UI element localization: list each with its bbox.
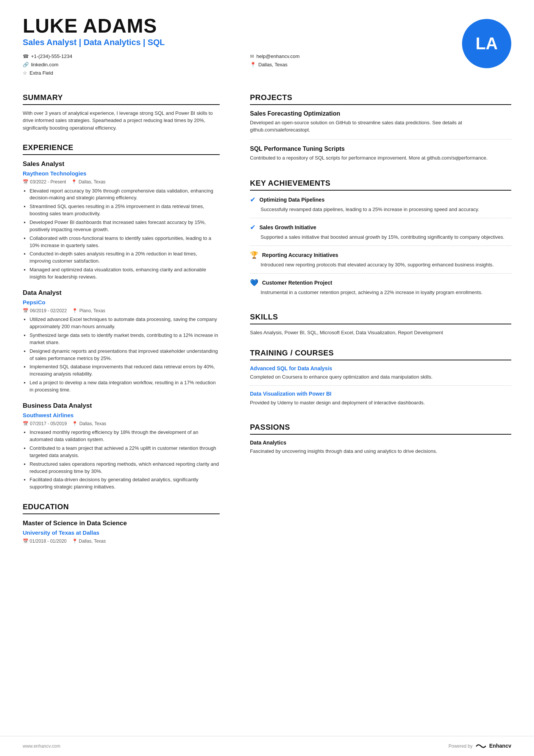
training-desc-1: Completed on Coursera to enhance query o…: [250, 374, 511, 381]
job-title-2: Data Analyst: [23, 288, 220, 297]
summary-title: SUMMARY: [23, 92, 220, 105]
skills-text: Sales Analysis, Power BI, SQL, Microsoft…: [250, 329, 511, 337]
powered-by-text: Powered by: [448, 743, 472, 750]
job-raytheon: Sales Analyst Raytheon Technologies 📅 03…: [23, 160, 220, 281]
job-meta-2: 📅 06/2019 - 02/2022 📍 Plano, Texas: [23, 308, 220, 314]
calendar-icon-1: 📅: [23, 179, 28, 185]
candidate-title: Sales Analyst | Data Analytics | SQL: [23, 37, 462, 49]
achievement-3: 🏆 Reporting Accuracy Initiatives Introdu…: [250, 250, 511, 274]
location-icon-edu: 📍: [72, 538, 78, 544]
job-title-3: Business Data Analyst: [23, 401, 220, 410]
bullet-2-3: Designed dynamic reports and presentatio…: [30, 348, 220, 362]
summary-text: With over 3 years of analytical experien…: [23, 110, 220, 132]
project-1: Sales Forecasting Optimization Developed…: [250, 110, 511, 139]
linkedin-icon: 🔗: [23, 61, 29, 68]
passion-desc-1: Fascinated by uncovering insights throug…: [250, 448, 511, 455]
job-period-3: 📅 07/2017 - 05/2019: [23, 421, 67, 427]
resume-page: LUKE ADAMS Sales Analyst | Data Analytic…: [0, 0, 534, 756]
bullet-1-1: Elevated report accuracy by 30% through …: [30, 188, 220, 202]
achievement-header-2: ✔ Sales Growth Initiative: [250, 223, 511, 232]
achievement-desc-3: Introduced new reporting protocols that …: [250, 261, 511, 269]
education-section: EDUCATION Master of Science in Data Scie…: [23, 501, 220, 545]
achievement-icon-2: ✔: [250, 223, 256, 232]
location-icon: 📍: [250, 61, 256, 68]
contact-linkedin: 🔗 linkedin.com: [23, 61, 235, 68]
footer-logo: Powered by Enhancv: [448, 742, 511, 750]
achievement-header-3: 🏆 Reporting Accuracy Initiatives: [250, 250, 511, 260]
calendar-icon-2: 📅: [23, 308, 28, 314]
bullet-1-3: Developed Power BI dashboards that incre…: [30, 219, 220, 233]
skills-section: SKILLS Sales Analysis, Power BI, SQL, Mi…: [250, 311, 511, 337]
achievement-title-3: Reporting Accuracy Initiatives: [262, 252, 338, 259]
bullet-2-4: Implemented SQL database improvements th…: [30, 363, 220, 378]
bullet-2-1: Utilized advanced Excel techniques to au…: [30, 316, 220, 330]
bullet-1-6: Managed and optimized data visualization…: [30, 266, 220, 281]
edu-location-1: 📍 Dallas, Texas: [72, 538, 106, 545]
edu-degree-1: Master of Science in Data Science: [23, 519, 220, 528]
contact-email: ✉ help@enhancv.com: [250, 53, 462, 60]
job-company-2: PepsiCo: [23, 298, 220, 306]
achievement-icon-1: ✔: [250, 195, 256, 205]
training-desc-2: Provided by Udemy to master design and d…: [250, 399, 511, 407]
experience-section: EXPERIENCE Sales Analyst Raytheon Techno…: [23, 142, 220, 491]
footer-website: www.enhancv.com: [23, 743, 60, 750]
achievement-header-1: ✔ Optimizing Data Pipelines: [250, 195, 511, 205]
location-icon-2: 📍: [72, 308, 78, 314]
job-period-2: 📅 06/2019 - 02/2022: [23, 308, 67, 314]
experience-title: EXPERIENCE: [23, 142, 220, 155]
projects-section: PROJECTS Sales Forecasting Optimization …: [250, 92, 511, 167]
achievement-icon-4: 💙: [250, 278, 258, 288]
job-location-3: 📍 Dallas, Texas: [72, 421, 106, 427]
passion-title-1: Data Analytics: [250, 439, 511, 447]
bullet-2-2: Synthesized large data sets to identify …: [30, 332, 220, 346]
training-title-1: Advanced SQL for Data Analysis: [250, 365, 511, 373]
header-left: LUKE ADAMS Sales Analyst | Data Analytic…: [23, 15, 462, 77]
job-company-3: Southwest Airlines: [23, 411, 220, 419]
job-location-1: 📍 Dallas, Texas: [71, 179, 105, 185]
bullet-3-1: Increased monthly reporting efficiency b…: [30, 429, 220, 443]
email-icon: ✉: [250, 53, 254, 60]
job-title-1: Sales Analyst: [23, 160, 220, 169]
achievement-title-2: Sales Growth Initiative: [259, 224, 316, 232]
job-bullets-1: Elevated report accuracy by 30% through …: [23, 188, 220, 281]
job-company-1: Raytheon Technologies: [23, 169, 220, 177]
project-desc-2: Contributed to a repository of SQL scrip…: [250, 155, 511, 162]
achievements-title: KEY ACHIEVEMENTS: [250, 178, 511, 191]
header-section: LUKE ADAMS Sales Analyst | Data Analytic…: [0, 0, 534, 85]
star-icon: ☆: [23, 70, 27, 77]
education-title: EDUCATION: [23, 501, 220, 514]
job-location-2: 📍 Plano, Texas: [72, 308, 105, 314]
projects-title: PROJECTS: [250, 92, 511, 105]
location-icon-1: 📍: [71, 179, 77, 185]
calendar-icon-3: 📅: [23, 421, 28, 427]
project-2: SQL Performance Tuning Scripts Contribut…: [250, 145, 511, 167]
calendar-icon-edu: 📅: [23, 538, 28, 544]
phone-icon: ☎: [23, 53, 29, 60]
job-bullets-3: Increased monthly reporting efficiency b…: [23, 429, 220, 491]
bullet-3-4: Facilitated data-driven decisions by gen…: [30, 476, 220, 491]
achievement-desc-1: Successfully revamped data pipelines, le…: [250, 206, 511, 213]
left-column: SUMMARY With over 3 years of analytical …: [0, 85, 235, 721]
achievement-4: 💙 Customer Retention Project Instrumenta…: [250, 278, 511, 301]
job-meta-3: 📅 07/2017 - 05/2019 📍 Dallas, Texas: [23, 421, 220, 427]
job-period-1: 📅 03/2022 - Present: [23, 179, 66, 185]
achievement-title-1: Optimizing Data Pipelines: [259, 196, 325, 204]
passions-section: PASSIONS Data Analytics Fascinated by un…: [250, 422, 511, 455]
right-column: PROJECTS Sales Forecasting Optimization …: [235, 85, 534, 721]
contact-phone: ☎ +1-(234)-555-1234: [23, 53, 235, 60]
project-title-2: SQL Performance Tuning Scripts: [250, 145, 511, 153]
achievement-desc-2: Supported a sales initiative that booste…: [250, 234, 511, 241]
training-section: TRAINING / COURSES Advanced SQL for Data…: [250, 347, 511, 411]
achievement-1: ✔ Optimizing Data Pipelines Successfully…: [250, 195, 511, 218]
candidate-name: LUKE ADAMS: [23, 15, 462, 37]
training-1: Advanced SQL for Data Analysis Completed…: [250, 365, 511, 386]
achievement-desc-4: Instrumental in a customer retention pro…: [250, 289, 511, 296]
training-title: TRAINING / COURSES: [250, 347, 511, 360]
job-pepsico: Data Analyst PepsiCo 📅 06/2019 - 02/2022…: [23, 288, 220, 394]
location-icon-3: 📍: [72, 421, 78, 427]
contact-info: ☎ +1-(234)-555-1234 ✉ help@enhancv.com 🔗…: [23, 53, 462, 77]
edu-period-1: 📅 01/2018 - 01/2020: [23, 538, 67, 545]
edu-school-1: University of Texas at Dallas: [23, 529, 220, 537]
main-content: SUMMARY With over 3 years of analytical …: [0, 85, 534, 736]
project-desc-1: Developed an open-source solution on Git…: [250, 119, 511, 134]
